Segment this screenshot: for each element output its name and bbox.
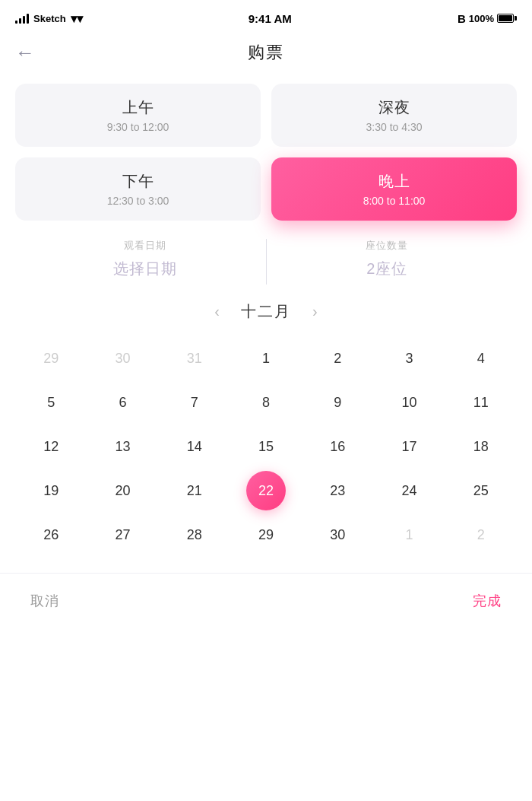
date-col: 观看日期 选择日期 (24, 239, 266, 279)
calendar-day[interactable]: 4 (445, 339, 517, 378)
bottom-bar: 取消 完成 (0, 573, 532, 625)
calendar-day[interactable]: 3 (373, 339, 445, 378)
calendar-day[interactable]: 17 (373, 427, 445, 466)
slot-evening-name: 晚上 (283, 171, 505, 192)
carrier-label: Sketch (33, 13, 66, 24)
calendar-day[interactable]: 2 (445, 515, 517, 555)
calendar-day[interactable]: 1 (230, 339, 302, 378)
slot-afternoon[interactable]: 下午 12:30 to 3:00 (15, 157, 261, 221)
calendar-day[interactable]: 6 (87, 383, 158, 422)
calendar-day[interactable]: 14 (159, 427, 230, 466)
battery-percent: 100% (469, 13, 494, 24)
calendar-month: 十二月 (241, 301, 291, 322)
header: ← 购票 (0, 33, 532, 76)
calendar-day[interactable]: 26 (15, 515, 87, 555)
status-time: 9:41 AM (249, 12, 292, 25)
calendar-day[interactable]: 1 (373, 515, 445, 555)
calendar-day[interactable]: 20 (87, 471, 158, 510)
page-title: 购票 (248, 41, 284, 64)
signal-icon (15, 13, 29, 24)
prev-month-button[interactable]: ‹ (208, 300, 226, 323)
calendar-day[interactable]: 29 (15, 339, 87, 378)
calendar-day[interactable]: 15 (230, 427, 302, 466)
calendar-day[interactable]: 5 (15, 383, 87, 422)
calendar-day[interactable]: 27 (87, 515, 158, 555)
calendar-day[interactable]: 29 (230, 515, 302, 555)
calendar-day[interactable]: 30 (87, 339, 158, 378)
status-bar: Sketch ▾▾ 9:41 AM B 100% (0, 0, 532, 33)
date-label: 观看日期 (24, 239, 266, 253)
calendar-day[interactable]: 22 (246, 471, 286, 510)
done-button[interactable]: 完成 (473, 592, 502, 610)
slot-evening-time: 8:00 to 11:00 (283, 195, 505, 207)
calendar-day[interactable]: 13 (87, 427, 158, 466)
calendar-day[interactable]: 2 (302, 339, 373, 378)
calendar-day[interactable]: 28 (159, 515, 230, 555)
calendar-day[interactable]: 21 (159, 471, 230, 510)
back-button[interactable]: ← (15, 41, 35, 65)
date-value: 选择日期 (24, 259, 266, 279)
slot-latenight[interactable]: 深夜 3:30 to 4:30 (271, 84, 517, 147)
calendar-day[interactable]: 10 (373, 383, 445, 422)
calendar-day[interactable]: 11 (445, 383, 517, 422)
slot-latenight-time: 3:30 to 4:30 (283, 121, 505, 133)
battery-icon (497, 14, 517, 23)
slot-afternoon-time: 12:30 to 3:00 (27, 195, 249, 207)
calendar-header: ‹ 十二月 › (15, 300, 517, 323)
slot-evening[interactable]: 晚上 8:00 to 11:00 (271, 157, 517, 221)
status-left: Sketch ▾▾ (15, 11, 83, 26)
seats-col: 座位数量 2座位 (267, 239, 508, 279)
calendar-day[interactable]: 31 (159, 339, 230, 378)
page-wrapper: Sketch ▾▾ 9:41 AM B 100% ← 购票 上午 9:30 to… (0, 0, 532, 801)
seats-value: 2座位 (267, 259, 508, 279)
cancel-button[interactable]: 取消 (30, 592, 59, 610)
calendar-day[interactable]: 25 (445, 471, 517, 510)
calendar-day[interactable]: 23 (302, 471, 373, 510)
calendar-day[interactable]: 24 (373, 471, 445, 510)
time-slots-grid: 上午 9:30 to 12:00 深夜 3:30 to 4:30 下午 12:3… (0, 76, 532, 221)
slot-morning-time: 9:30 to 12:00 (27, 121, 249, 133)
wifi-icon: ▾▾ (71, 11, 83, 26)
slot-afternoon-name: 下午 (27, 171, 249, 192)
calendar-grid: 2930311234567891011121314151617181920212… (15, 339, 517, 555)
status-right: B 100% (458, 12, 517, 25)
calendar-day[interactable]: 18 (445, 427, 517, 466)
calendar-day[interactable]: 8 (230, 383, 302, 422)
calendar-day[interactable]: 12 (15, 427, 87, 466)
calendar-day[interactable]: 19 (15, 471, 87, 510)
slot-morning[interactable]: 上午 9:30 to 12:00 (15, 84, 261, 147)
info-row: 观看日期 选择日期 座位数量 2座位 (0, 221, 532, 284)
slot-morning-name: 上午 (27, 97, 249, 118)
slot-latenight-name: 深夜 (283, 97, 505, 118)
calendar-day[interactable]: 9 (302, 383, 373, 422)
calendar-day[interactable]: 7 (159, 383, 230, 422)
seats-label: 座位数量 (267, 239, 508, 253)
calendar-day[interactable]: 30 (302, 515, 373, 555)
calendar: ‹ 十二月 › 29303112345678910111213141516171… (0, 284, 532, 555)
next-month-button[interactable]: › (306, 300, 324, 323)
calendar-day[interactable]: 16 (302, 427, 373, 466)
bluetooth-icon: B (458, 12, 466, 25)
